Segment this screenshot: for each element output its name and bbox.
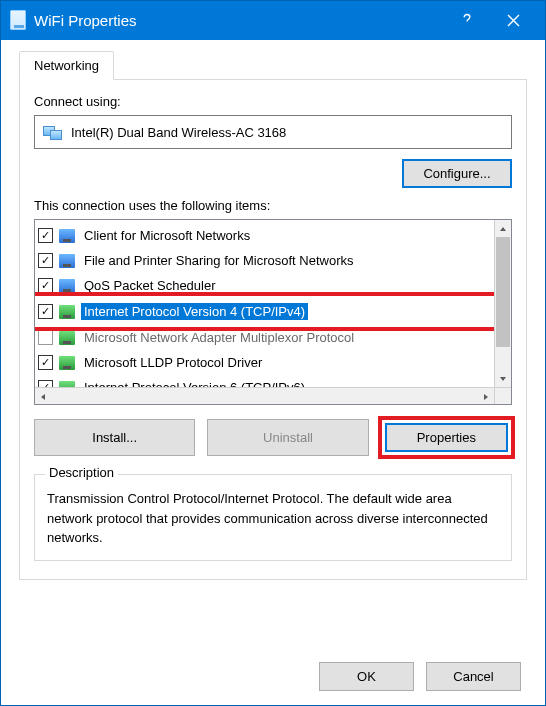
ok-label: OK xyxy=(357,669,376,684)
ok-button[interactable]: OK xyxy=(319,662,414,691)
uninstall-button: Uninstall xyxy=(207,419,368,456)
component-item[interactable]: File and Printer Sharing for Microsoft N… xyxy=(38,248,511,273)
tab-networking[interactable]: Networking xyxy=(19,51,114,80)
checkbox[interactable] xyxy=(38,304,53,319)
scroll-left-arrow-icon[interactable] xyxy=(39,389,47,404)
scrollbar-corner xyxy=(494,387,511,404)
networking-panel: Connect using: Intel(R) Dual Band Wirele… xyxy=(19,79,527,580)
scroll-thumb[interactable] xyxy=(496,237,510,347)
dialog-button-row: OK Cancel xyxy=(1,647,545,705)
scroll-up-arrow-icon[interactable] xyxy=(495,220,511,237)
window-title: WiFi Properties xyxy=(34,12,444,29)
help-button[interactable] xyxy=(444,1,490,39)
scroll-down-arrow-icon[interactable] xyxy=(495,370,511,387)
configure-button[interactable]: Configure... xyxy=(402,159,512,188)
install-label: Install... xyxy=(92,430,137,445)
protocol-icon xyxy=(59,305,75,319)
adapter-field: Intel(R) Dual Band Wireless-AC 3168 xyxy=(34,115,512,149)
properties-label: Properties xyxy=(417,430,476,445)
component-item[interactable]: Microsoft LLDP Protocol Driver xyxy=(38,350,511,375)
component-item[interactable]: Client for Microsoft Networks xyxy=(38,223,511,248)
configure-label: Configure... xyxy=(423,166,490,181)
adapter-name: Intel(R) Dual Band Wireless-AC 3168 xyxy=(71,125,286,140)
scroll-right-arrow-icon[interactable] xyxy=(482,389,490,404)
title-bar[interactable]: WiFi Properties xyxy=(0,0,546,40)
install-button[interactable]: Install... xyxy=(34,419,195,456)
checkbox[interactable] xyxy=(38,228,53,243)
tab-strip: Networking xyxy=(19,46,527,80)
protocol-icon xyxy=(59,356,75,370)
component-label: Client for Microsoft Networks xyxy=(81,227,253,244)
checkbox[interactable] xyxy=(38,278,53,293)
protocol-icon xyxy=(59,331,75,345)
horizontal-scrollbar[interactable] xyxy=(35,387,494,404)
component-label: Microsoft Network Adapter Multiplexor Pr… xyxy=(81,329,357,346)
vertical-scrollbar[interactable] xyxy=(494,220,511,387)
network-adapter-icon xyxy=(43,124,63,140)
component-label: File and Printer Sharing for Microsoft N… xyxy=(81,252,356,269)
client-icon xyxy=(59,229,75,243)
description-group: Description Transmission Control Protoco… xyxy=(34,474,512,561)
components-listbox[interactable]: Client for Microsoft Networks File and P… xyxy=(34,219,512,405)
uninstall-label: Uninstall xyxy=(263,430,313,445)
close-button[interactable] xyxy=(490,1,536,39)
items-label: This connection uses the following items… xyxy=(34,198,512,213)
tab-label: Networking xyxy=(34,58,99,73)
checkbox[interactable] xyxy=(38,253,53,268)
component-label: Microsoft LLDP Protocol Driver xyxy=(81,354,265,371)
description-text: Transmission Control Protocol/Internet P… xyxy=(47,489,499,548)
cancel-button[interactable]: Cancel xyxy=(426,662,521,691)
description-legend: Description xyxy=(45,465,118,480)
connect-using-label: Connect using: xyxy=(34,94,512,109)
highlight-properties-button: Properties xyxy=(378,416,515,459)
service-icon xyxy=(59,279,75,293)
window-icon xyxy=(10,10,26,30)
checkbox[interactable] xyxy=(38,355,53,370)
component-item-ipv4[interactable]: Internet Protocol Version 4 (TCP/IPv4) xyxy=(38,299,497,324)
properties-button[interactable]: Properties xyxy=(385,423,508,452)
highlight-selected-row: Internet Protocol Version 4 (TCP/IPv4) xyxy=(35,292,501,331)
cancel-label: Cancel xyxy=(453,669,493,684)
component-label: Internet Protocol Version 4 (TCP/IPv4) xyxy=(81,303,308,320)
service-icon xyxy=(59,254,75,268)
checkbox[interactable] xyxy=(38,330,53,345)
